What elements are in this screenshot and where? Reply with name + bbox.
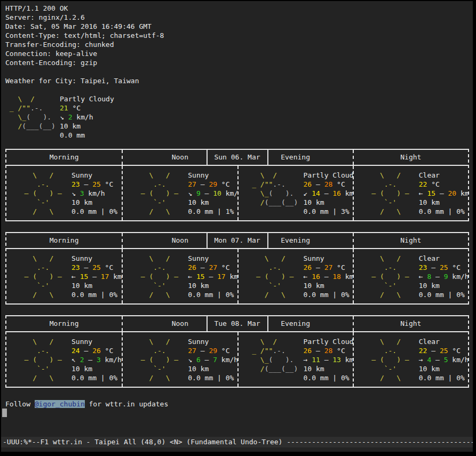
- forecast-day: Tue 08. Mar MorningNoonEveningNight \ / …: [5, 315, 469, 388]
- http-response-headers: HTTP/1.1 200 OK Server: nginx/1.2.6 Date…: [5, 4, 473, 67]
- partly-cloudy-icon: \ / _ /"".-. \_( ). /(___(__): [244, 337, 304, 382]
- terminal-window: HTTP/1.1 200 OK Server: nginx/1.2.6 Date…: [1, 1, 473, 452]
- cell-info: Sunny 26 – 27 °C ← 15 – 17 km/h 10 km 0.…: [188, 254, 237, 299]
- cell-info: Clear 22 °C ← 15 – 20 km/h 10 km 0.0 mm …: [419, 171, 468, 216]
- footer-text-suffix: for wttr.in updates: [85, 400, 169, 408]
- cursor-line: [5, 409, 473, 418]
- twitter-handle-link[interactable]: @igor_chubin: [35, 400, 85, 408]
- cell-info: Clear 22 – 25 °C → 4 – 5 km/h 10 km 0.0 …: [419, 337, 468, 382]
- cell-info: Partly Cloudy 26 – 28 °C ↙ 14 – 16 km/h …: [304, 171, 353, 216]
- partly-cloudy-icon: \ / _ /"".-. \_( ). /(___(__): [244, 171, 304, 216]
- cell-info: Partly Cloudy 26 – 28 °C → 11 – 13 km/h …: [304, 337, 353, 382]
- sunny-icon: \ / .-. ― ( ) ― `-' / \: [12, 254, 72, 299]
- forecast-cell-noon: \ / .-. ― ( ) ― `-' / \Sunny 26 – 27 °C …: [122, 249, 237, 303]
- date-box: Sun 06. Mar: [206, 149, 268, 166]
- sunny-icon: \ / .-. ― ( ) ― `-' / \: [359, 171, 419, 216]
- cell-info: Sunny 23 – 25 °C ↘ 3 km/h 10 km 0.0 mm |…: [72, 171, 117, 216]
- sunny-icon: \ / .-. ― ( ) ― `-' / \: [244, 254, 304, 299]
- sunny-icon: \ / .-. ― ( ) ― `-' / \: [128, 337, 188, 382]
- forecast-cell-morning: \ / .-. ― ( ) ― `-' / \Sunny 23 – 25 °C …: [6, 249, 122, 303]
- period-header-morning: Morning: [6, 316, 122, 331]
- date-label: Sun 06. Mar: [214, 153, 260, 161]
- forecast-day: Mon 07. Mar MorningNoonEveningNight \ / …: [5, 232, 469, 305]
- sunny-icon: \ / .-. ― ( ) ― `-' / \: [128, 171, 188, 216]
- date-box: Mon 07. Mar: [206, 232, 268, 249]
- footer-text-prefix: Follow: [5, 400, 35, 408]
- table-body-row: \ / .-. ― ( ) ― `-' / \Sunny 23 – 25 °C …: [6, 249, 468, 303]
- forecast-cell-morning: \ / .-. ― ( ) ― `-' / \Sunny 23 – 25 °C …: [6, 166, 122, 220]
- forecast-day: Sun 06. Mar MorningNoonEveningNight \ / …: [5, 149, 469, 221]
- location-line: Weather for City: Taipei, Taiwan: [5, 76, 473, 85]
- cell-info: Sunny 26 – 27 °C ← 16 – 18 km/h 10 km 0.…: [304, 254, 353, 299]
- table-body-row: \ / .-. ― ( ) ― `-' / \Sunny 24 – 26 °C …: [6, 332, 468, 387]
- cell-info: Sunny 27 – 29 °C ↘ 6 – 7 km/h 10 km 0.0 …: [188, 337, 237, 382]
- forecast-cell-night: \ / .-. ― ( ) ― `-' / \Clear 22 – 25 °C …: [353, 332, 468, 387]
- current-conditions: \ / _ /"".-. \_( ). /(___(__) Partly Clo…: [5, 94, 473, 140]
- date-label: Tue 08. Mar: [214, 319, 260, 327]
- period-header-morning: Morning: [6, 150, 122, 165]
- forecast-cell-evening: \ / .-. ― ( ) ― `-' / \Sunny 26 – 27 °C …: [237, 249, 353, 303]
- forecast-cell-noon: \ / .-. ― ( ) ― `-' / \Sunny 27 – 29 °C …: [122, 166, 237, 220]
- sunny-icon: \ / .-. ― ( ) ― `-' / \: [128, 254, 188, 299]
- period-header-morning: Morning: [6, 233, 122, 248]
- sunny-icon: \ / .-. ― ( ) ― `-' / \: [359, 337, 419, 382]
- cell-info: Clear 23 – 25 °C ← 8 – 9 km/h 10 km 0.0 …: [419, 254, 468, 299]
- forecast-cell-noon: \ / .-. ― ( ) ― `-' / \Sunny 27 – 29 °C …: [122, 332, 237, 387]
- text-cursor: [2, 409, 7, 417]
- sunny-icon: \ / .-. ― ( ) ― `-' / \: [12, 171, 72, 216]
- period-header-night: Night: [353, 316, 468, 331]
- cell-info: Sunny 24 – 26 °C ↖ 2 – 3 km/h 10 km 0.0 …: [72, 337, 122, 382]
- forecast-days: Sun 06. Mar MorningNoonEveningNight \ / …: [5, 149, 473, 388]
- period-header-night: Night: [353, 233, 468, 248]
- date-box: Tue 08. Mar: [206, 315, 268, 332]
- forecast-cell-evening: \ / _ /"".-. \_( ). /(___(__) Partly Clo…: [237, 166, 353, 220]
- emacs-mode-line: -UUU:%*--F1 wttr.in - Taipei All (48,0) …: [1, 437, 473, 447]
- sunny-icon: \ / .-. ― ( ) ― `-' / \: [359, 254, 419, 299]
- partly-cloudy-icon: \ / _ /"".-. \_( ). /(___(__): [5, 94, 60, 140]
- footer-line: Follow @igor_chubin for wttr.in updates: [5, 399, 473, 409]
- forecast-cell-night: \ / .-. ― ( ) ― `-' / \Clear 22 °C ← 15 …: [353, 166, 468, 220]
- period-header-night: Night: [353, 150, 468, 165]
- forecast-cell-night: \ / .-. ― ( ) ― `-' / \Clear 23 – 25 °C …: [353, 249, 468, 303]
- forecast-cell-evening: \ / _ /"".-. \_( ). /(___(__) Partly Clo…: [237, 332, 353, 387]
- cell-info: Sunny 23 – 25 °C ← 15 – 17 km/h 10 km 0.…: [72, 254, 122, 299]
- current-conditions-info: Partly Cloudy 21 °C ↘ 2 km/h 10 km 0.0 m…: [60, 94, 114, 140]
- date-label: Mon 07. Mar: [214, 236, 260, 244]
- sunny-icon: \ / .-. ― ( ) ― `-' / \: [12, 337, 72, 382]
- table-body-row: \ / .-. ― ( ) ― `-' / \Sunny 23 – 25 °C …: [6, 166, 468, 220]
- cell-info: Sunny 27 – 29 °C ↘ 9 – 10 km/h 10 km 0.0…: [188, 171, 237, 216]
- forecast-cell-morning: \ / .-. ― ( ) ― `-' / \Sunny 24 – 26 °C …: [6, 332, 122, 387]
- buffer-content: HTTP/1.1 200 OK Server: nginx/1.2.6 Date…: [1, 1, 473, 418]
